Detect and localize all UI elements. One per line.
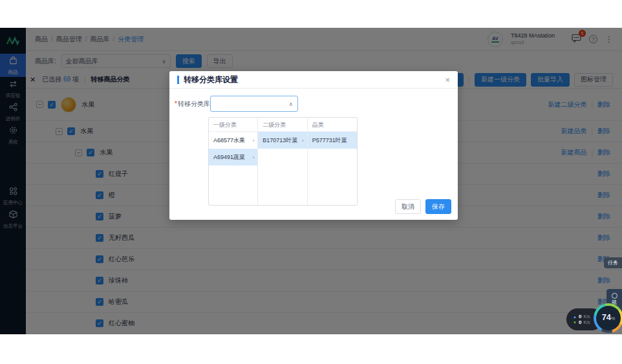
cascader-option[interactable]: A69491蔬菜›: [209, 149, 257, 166]
task-tab-label: 任务: [608, 259, 618, 266]
gauge-unit: %: [611, 316, 615, 321]
cascader-column: 品类P577731叶菜: [308, 118, 357, 205]
cascader-option[interactable]: B170713叶菜›: [258, 132, 306, 149]
cascader-option[interactable]: P577731叶菜: [308, 132, 357, 149]
upload-arrow-icon: ▲: [573, 315, 577, 319]
save-button[interactable]: 保存: [425, 199, 451, 214]
circle-icon: [612, 293, 617, 299]
cascader-option-label: B170713叶菜: [263, 136, 297, 145]
category-cascader: 一级分类A68577水果›A69491蔬菜›二级分类B170713叶菜›品类P5…: [208, 117, 358, 206]
cascader-option-label: A69491蔬菜: [213, 153, 245, 162]
chevron-right-icon: ›: [253, 155, 255, 160]
cascader-column-header: 二级分类: [258, 118, 306, 132]
task-edge-tab[interactable]: 任务: [604, 257, 622, 268]
cascader-column: 一级分类A68577水果›A69491蔬菜›: [209, 118, 258, 205]
chevron-up-icon: ∧: [288, 101, 293, 107]
chevron-right-icon: ›: [253, 138, 255, 144]
transfer-field-label: *转移分类库:: [175, 100, 212, 109]
cancel-button[interactable]: 取消: [395, 199, 421, 214]
transfer-library-input[interactable]: ∧: [210, 96, 298, 112]
chevron-right-icon: ›: [302, 138, 304, 144]
performance-gauge-widget[interactable]: 74 %: [594, 303, 622, 333]
cascader-option-label: A68577水果: [213, 136, 245, 145]
cascader-option[interactable]: A68577水果›: [209, 132, 257, 149]
cascader-column-header: 一级分类: [209, 118, 257, 132]
gauge-value: 74: [602, 313, 611, 321]
download-arrow-icon: ▼: [573, 321, 577, 325]
cascader-column-header: 品类: [308, 118, 357, 132]
modal-title: 转移分类库设置: [177, 76, 238, 84]
transfer-category-modal: 转移分类库设置 × *转移分类库: ∧ 一级分类A68577水果›A69491蔬…: [169, 71, 458, 220]
close-icon[interactable]: ×: [445, 75, 450, 85]
cascader-option-label: P577731叶菜: [312, 136, 347, 145]
cascader-column: 二级分类B170713叶菜›: [258, 118, 307, 205]
